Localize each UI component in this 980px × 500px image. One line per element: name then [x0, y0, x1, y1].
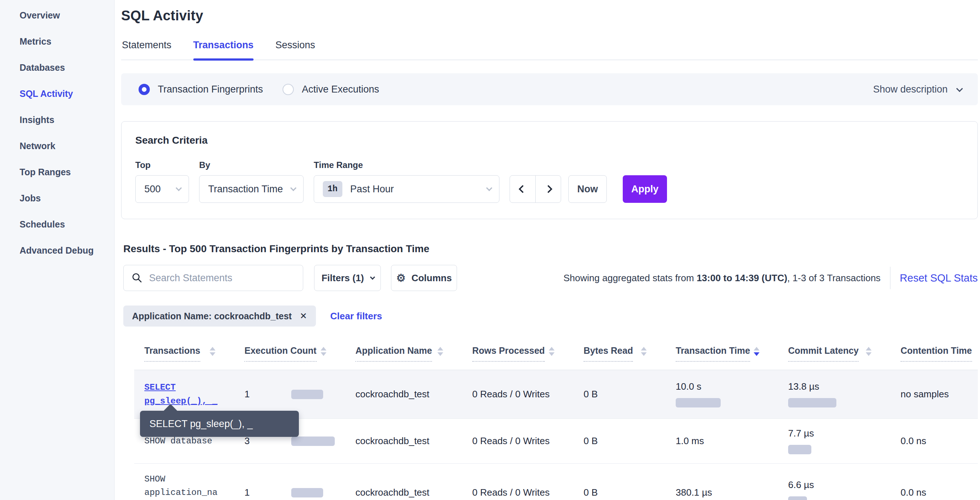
contention-time-cell: no samples: [891, 380, 978, 409]
by-select[interactable]: Transaction Time: [199, 175, 304, 203]
time-range-field: Time Range 1h Past Hour: [314, 160, 500, 203]
bytes-read-cell: 0 B: [573, 427, 665, 455]
chevron-down-icon: [956, 85, 963, 92]
apply-button[interactable]: Apply: [623, 175, 667, 203]
contention-time-cell: 0.0 ns: [891, 427, 978, 455]
column-header-bytes-read: Bytes Read: [573, 346, 665, 370]
column-label[interactable]: Transactions: [144, 346, 200, 362]
radio-transaction-fingerprints[interactable]: Transaction Fingerprints: [138, 84, 263, 95]
commit-latency-bar: [788, 445, 811, 454]
radio-unselected-icon: [283, 84, 294, 95]
bytes-read-cell: 0 B: [573, 380, 665, 409]
filters-button[interactable]: Filters (1): [314, 265, 381, 291]
remove-filter-icon[interactable]: ✕: [299, 311, 307, 321]
search-criteria-title: Search Criteria: [135, 135, 963, 146]
chevron-down-icon: [290, 185, 296, 191]
sidebar-item-schedules[interactable]: Schedules: [0, 211, 114, 237]
sidebar: Overview Metrics Databases SQL Activity …: [0, 0, 115, 500]
column-label[interactable]: Execution Count: [245, 346, 317, 362]
contention-time-cell: 0.0 ns: [891, 478, 978, 500]
column-header-execution-count: Execution Count: [234, 346, 345, 370]
chevron-down-icon: [486, 185, 492, 191]
tab-bar: Statements Transactions Sessions: [121, 40, 978, 60]
aggregated-stats-text: Showing aggregated stats from 13:00 to 1…: [564, 272, 881, 284]
search-statements-input[interactable]: [149, 272, 295, 284]
commit-latency-cell: 13.8 µs: [778, 372, 891, 416]
radio-selected-icon: [138, 84, 150, 95]
top-label: Top: [135, 160, 189, 170]
active-filters-row: Application Name: cockroachdb_test ✕ Cle…: [121, 306, 978, 326]
results-heading: Results - Top 500 Transaction Fingerprin…: [121, 243, 978, 255]
gear-icon: ⚙: [396, 273, 406, 283]
column-label[interactable]: Contention Time: [900, 346, 972, 362]
clear-filters-link[interactable]: Clear filters: [331, 311, 382, 322]
sort-icon[interactable]: [866, 347, 872, 356]
sidebar-item-sql-activity[interactable]: SQL Activity: [0, 81, 114, 107]
next-time-button[interactable]: [535, 176, 561, 202]
previous-time-button[interactable]: [510, 176, 535, 202]
column-label[interactable]: Application Name: [355, 346, 432, 362]
column-header-commit-latency: Commit Latency: [778, 346, 891, 370]
app-window: Overview Metrics Databases SQL Activity …: [0, 0, 980, 500]
show-description-toggle[interactable]: Show description: [873, 84, 961, 95]
search-icon: [132, 272, 143, 283]
top-select-value: 500: [144, 183, 161, 195]
sidebar-item-jobs[interactable]: Jobs: [0, 185, 114, 211]
search-criteria-row: Top 500 By Transaction Time Time Range: [135, 160, 963, 203]
top-field: Top 500: [135, 160, 189, 203]
filter-chip-application-name[interactable]: Application Name: cockroachdb_test ✕: [123, 306, 316, 326]
radio-label: Active Executions: [302, 84, 379, 95]
time-range-select[interactable]: 1h Past Hour: [314, 175, 500, 203]
columns-button[interactable]: ⚙ Columns: [391, 265, 457, 291]
column-header-contention-time: Contention Time: [891, 346, 978, 370]
sort-desc-icon[interactable]: [754, 347, 759, 356]
column-label[interactable]: Transaction Time: [676, 346, 750, 362]
sidebar-item-metrics[interactable]: Metrics: [0, 28, 114, 54]
column-header-transaction-time: Transaction Time: [665, 346, 778, 370]
column-header-transactions: Transactions: [134, 346, 234, 370]
column-label[interactable]: Rows Processed: [472, 346, 545, 362]
stats-time-range: 13:00 to 14:39 (UTC): [697, 272, 788, 283]
sort-icon[interactable]: [321, 347, 326, 356]
application-name-cell: cockroachdb_test: [345, 380, 462, 409]
commit-latency-bar: [788, 398, 836, 408]
bytes-read-cell: 0 B: [573, 478, 665, 500]
time-range-badge: 1h: [323, 181, 342, 197]
tab-transactions[interactable]: Transactions: [193, 40, 254, 59]
transaction-fingerprint-link[interactable]: SHOW application_name: [134, 464, 225, 500]
reset-sql-stats-link[interactable]: Reset SQL Stats: [900, 272, 978, 284]
chevron-right-icon: [544, 185, 552, 193]
column-label[interactable]: Commit Latency: [788, 346, 859, 362]
rows-processed-cell: 0 Reads / 0 Writes: [462, 478, 573, 500]
filter-chip-label: Application Name: cockroachdb_test: [132, 311, 292, 322]
tab-statements[interactable]: Statements: [122, 40, 172, 59]
sidebar-item-network[interactable]: Network: [0, 133, 114, 159]
by-select-value: Transaction Time: [208, 183, 283, 195]
transaction-fingerprint-link[interactable]: SELECT pg_sleep(_), _: [134, 372, 225, 416]
sidebar-item-insights[interactable]: Insights: [0, 107, 114, 133]
top-select[interactable]: 500: [135, 175, 189, 203]
sort-icon[interactable]: [549, 347, 555, 356]
sidebar-item-advanced-debug[interactable]: Advanced Debug: [0, 237, 114, 263]
tab-sessions[interactable]: Sessions: [275, 40, 315, 59]
search-criteria-card: Search Criteria Top 500 By Transaction T…: [121, 121, 978, 219]
radio-active-executions[interactable]: Active Executions: [283, 84, 379, 95]
sidebar-item-databases[interactable]: Databases: [0, 54, 114, 81]
transaction-time-bar: [676, 398, 721, 408]
statement-tooltip: SELECT pg_sleep(_), _: [140, 411, 299, 437]
column-label[interactable]: Bytes Read: [584, 346, 633, 362]
now-button[interactable]: Now: [568, 175, 607, 203]
page-title: SQL Activity: [121, 8, 978, 24]
main-content: SQL Activity Statements Transactions Ses…: [115, 0, 980, 500]
execution-count-bar: [291, 390, 323, 399]
sidebar-item-overview[interactable]: Overview: [0, 2, 114, 28]
sort-icon[interactable]: [641, 347, 647, 356]
execution-count-bar: [291, 436, 335, 446]
view-mode-radio-group: Transaction Fingerprints Active Executio…: [138, 84, 379, 95]
sort-icon[interactable]: [210, 347, 215, 356]
sidebar-item-top-ranges[interactable]: Top Ranges: [0, 159, 114, 185]
vertical-divider: [890, 267, 891, 289]
stats-area: Showing aggregated stats from 13:00 to 1…: [564, 267, 978, 289]
transactions-table: Transactions Execution Count Application…: [134, 346, 978, 500]
sort-icon[interactable]: [438, 347, 443, 356]
